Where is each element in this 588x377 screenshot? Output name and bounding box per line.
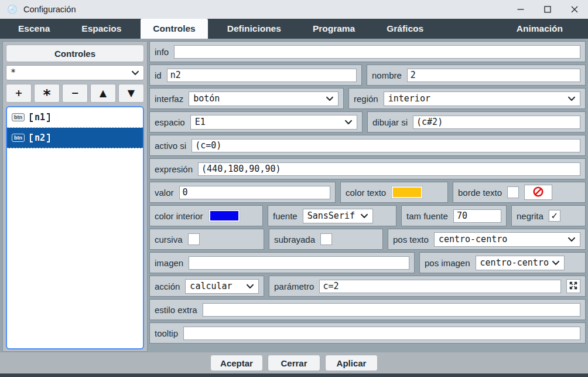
wildcard-control-button[interactable]: * [34,84,60,103]
valor-label: valor [155,188,174,198]
tab-programa[interactable]: Programa [300,19,367,39]
region-dropdown[interactable]: interior [384,91,580,106]
tooltip-group: tooltip [149,322,586,344]
id-group: id [149,64,362,86]
valor-input[interactable] [179,186,330,199]
chevron-down-icon [552,257,560,268]
tooltip-input[interactable] [183,327,580,340]
color-texto-swatch[interactable] [391,186,423,199]
bracket-right [47,134,50,142]
tab-escena[interactable]: Escena [6,19,62,39]
expand-icon [569,281,578,292]
dibujar-si-label: dibujar si [372,117,408,127]
list-item-n1[interactable]: btn n1 [7,107,143,128]
move-down-button[interactable]: ▼ [118,84,144,103]
estilo-extra-label: estilo extra [155,305,197,315]
tab-graficos[interactable]: Gráficos [374,19,436,39]
list-item-n2[interactable]: btn n2 [7,128,143,148]
borde-texto-none-button[interactable] [524,185,552,200]
minimize-button[interactable] [507,0,534,19]
tam-fuente-input[interactable] [453,209,501,223]
window-controls [507,0,588,19]
accion-dropdown[interactable]: calcular [185,279,259,294]
control-name: n2 [35,133,45,143]
negrita-checkbox[interactable]: ✓ [549,210,560,222]
expresion-group: expresión [149,158,586,179]
expresion-label: expresión [155,164,193,174]
estilo-extra-group: estilo extra [149,299,586,320]
controls-panel: Controles * + * − ▲ ▼ btn n1 btn n2 [2,41,148,352]
nombre-input[interactable] [407,69,580,82]
pos-imagen-dropdown[interactable]: centro-centro [476,256,565,270]
aplicar-button[interactable]: Aplicar [325,355,378,371]
window-title: Configuración [23,5,76,14]
espacio-label: espacio [155,117,185,127]
borde-texto-label: borde texto [458,188,502,198]
control-type-badge: btn [12,134,25,142]
control-name: n1 [35,112,45,123]
chevron-down-icon [568,234,576,244]
espacio-dropdown[interactable]: E1 [190,115,357,130]
tam-fuente-label: tam fuente [406,211,448,221]
app-logo-icon [7,4,18,15]
subrayada-checkbox[interactable] [320,233,332,245]
chevron-down-icon [360,210,368,221]
tab-definiciones[interactable]: Definiciones [215,19,293,39]
tab-controles[interactable]: Controles [141,19,207,39]
control-properties-form: info id nombre interfaz botón [149,41,586,346]
close-button[interactable] [561,0,588,19]
color-interior-label: color interior [155,211,203,221]
subrayada-label: subrayada [274,235,315,244]
color-texto-group: color texto [340,182,448,203]
interfaz-dropdown[interactable]: botón [189,91,339,106]
color-texto-label: color texto [346,188,386,198]
configuracion-window: Configuración Escena Espacios Controles … [0,0,588,377]
region-group: región interior [348,88,586,109]
tab-animacion[interactable]: Animación [504,19,575,39]
id-input[interactable] [167,69,357,82]
cerrar-button[interactable]: Cerrar [268,355,320,371]
bracket-right [47,113,50,122]
activo-si-input[interactable] [192,139,580,152]
footer-bar: Aceptar Cerrar Aplicar [0,352,588,373]
parametro-expand-button[interactable] [566,279,580,293]
expresion-input[interactable] [198,162,580,176]
bracket-left [30,113,33,122]
tab-bar: Escena Espacios Controles Definiciones P… [0,19,588,39]
move-up-button[interactable]: ▲ [90,84,116,103]
pos-texto-label: pos texto [393,235,429,244]
interfaz-group: interfaz botón [149,88,344,109]
tam-fuente-group: tam fuente [401,205,507,226]
fuente-dropdown[interactable]: SansSerif [303,209,373,223]
nombre-group: nombre [367,64,586,86]
dibujar-si-input[interactable] [413,116,580,129]
negrita-label: negrita [517,211,543,221]
remove-control-button[interactable]: − [62,84,88,103]
valor-group: valor [149,182,336,203]
pos-texto-dropdown[interactable]: centro-centro [434,232,580,247]
color-interior-swatch[interactable] [208,209,240,222]
add-control-button[interactable]: + [6,84,32,103]
nombre-label: nombre [372,70,402,80]
parametro-input[interactable] [319,280,561,293]
cursiva-label: cursiva [155,235,183,244]
chevron-down-icon [246,281,254,291]
espacio-value: E1 [195,117,206,127]
imagen-label: imagen [155,258,183,268]
borde-texto-checkbox[interactable] [507,186,519,198]
estilo-extra-input[interactable] [203,303,580,317]
id-label: id [155,70,162,80]
region-value: interior [388,93,430,104]
imagen-input[interactable] [189,256,409,270]
accion-value: calcular [190,281,232,291]
tab-espacios[interactable]: Espacios [69,19,134,39]
aceptar-button[interactable]: Aceptar [210,355,263,371]
control-type-badge: btn [12,113,25,121]
info-input[interactable] [174,45,580,59]
fuente-value: SansSerif [307,210,355,221]
controles-header-button[interactable]: Controles [6,45,144,62]
cursiva-checkbox[interactable] [188,233,200,245]
pos-imagen-label: pos imagen [425,258,470,268]
controls-filter-dropdown[interactable]: * [6,65,144,80]
maximize-button[interactable] [534,0,561,19]
